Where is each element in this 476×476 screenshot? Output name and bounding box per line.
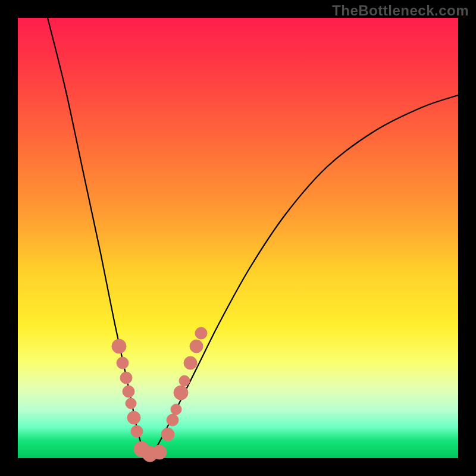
highlight-dot (179, 375, 190, 386)
highlight-dot (127, 411, 140, 424)
highlight-dot (190, 340, 203, 353)
highlight-dot (120, 372, 132, 384)
curve-svg (18, 18, 458, 458)
chart-frame: TheBottleneck.com (0, 0, 476, 476)
bottleneck-curve (48, 18, 458, 456)
highlight-dot (126, 398, 136, 409)
highlight-dot (123, 386, 134, 397)
highlight-dot (195, 327, 207, 339)
plot-area (18, 18, 458, 458)
highlight-dot (131, 425, 143, 437)
highlight-dot (171, 404, 181, 415)
highlight-dot (112, 339, 126, 353)
highlight-dot (152, 445, 167, 459)
watermark-text: TheBottleneck.com (332, 2, 469, 19)
highlight-dot (161, 428, 174, 441)
highlight-dot (184, 356, 197, 369)
highlight-dot (117, 357, 129, 369)
highlight-dot (167, 414, 178, 426)
highlight-dot (174, 386, 188, 400)
